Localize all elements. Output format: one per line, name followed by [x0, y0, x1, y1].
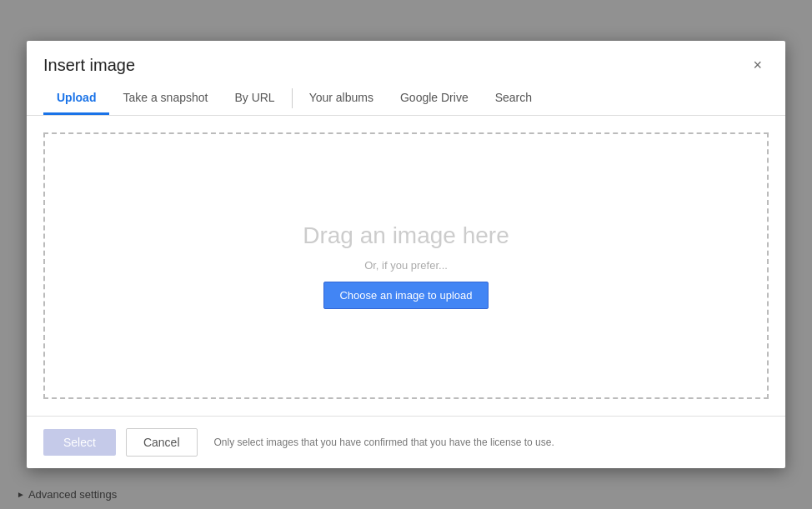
tab-divider — [292, 88, 293, 108]
tab-drive[interactable]: Google Drive — [387, 82, 482, 115]
tab-upload[interactable]: Upload — [43, 82, 109, 115]
tab-search[interactable]: Search — [482, 82, 545, 115]
tab-albums[interactable]: Your albums — [296, 82, 387, 115]
tab-snapshot[interactable]: Take a snapshot — [109, 82, 221, 115]
drop-zone[interactable]: Drag an image here Or, if you prefer... … — [43, 132, 769, 399]
drag-text: Drag an image here — [303, 222, 509, 249]
cancel-button[interactable]: Cancel — [126, 428, 198, 457]
modal-title: Insert image — [43, 56, 135, 75]
insert-image-modal: Insert image × Upload Take a snapshot By… — [27, 41, 785, 468]
close-button[interactable]: × — [746, 54, 769, 76]
tab-byurl[interactable]: By URL — [221, 82, 288, 115]
modal-footer: Select Cancel Only select images that yo… — [27, 416, 785, 468]
tabs-bar: Upload Take a snapshot By URL Your album… — [27, 82, 785, 116]
page-background: ► Advanced settings Insert image × Uploa… — [0, 0, 812, 509]
license-text: Only select images that you have confirm… — [214, 437, 554, 448]
choose-image-button[interactable]: Choose an image to upload — [323, 282, 488, 309]
modal-overlay: Insert image × Upload Take a snapshot By… — [0, 0, 812, 509]
or-text: Or, if you prefer... — [364, 259, 448, 272]
select-button[interactable]: Select — [43, 429, 116, 456]
modal-header: Insert image × — [27, 41, 785, 76]
